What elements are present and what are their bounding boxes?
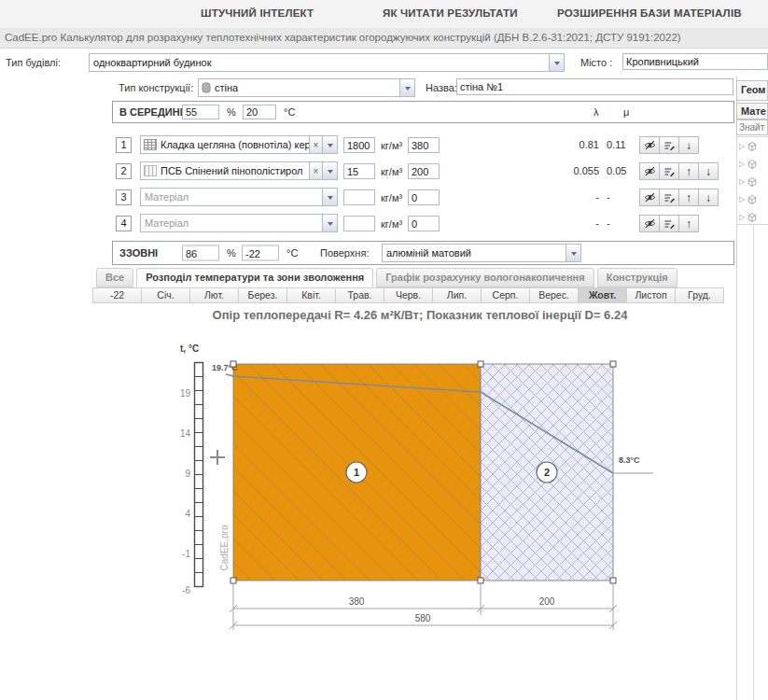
tree-item[interactable]: ▷ — [737, 155, 768, 173]
hide-layer-button[interactable] — [639, 136, 660, 154]
month-jul[interactable]: Лип. — [432, 287, 482, 303]
expand-triangle-icon[interactable]: ▷ — [739, 213, 745, 221]
building-type-select[interactable]: одноквартирний будинок — [89, 53, 565, 72]
edit-layer-button[interactable] — [659, 136, 679, 154]
outside-humidity-input[interactable] — [182, 245, 219, 261]
chevron-down-icon[interactable] — [399, 79, 414, 96]
layer-number: 3 — [116, 189, 132, 205]
clear-icon[interactable]: × — [309, 162, 322, 179]
dimension-labels: 380 200 580 — [349, 596, 555, 623]
month-oct[interactable]: Жовт. — [578, 287, 627, 303]
nav-link-how-to-read[interactable]: ЯК ЧИТАТИ РЕЗУЛЬТАТИ — [383, 7, 518, 19]
tree-item[interactable]: ▷ — [737, 137, 768, 155]
chevron-down-icon[interactable] — [322, 162, 337, 179]
edit-layer-button[interactable] — [659, 162, 679, 180]
tree-item[interactable]: ▷ — [737, 173, 768, 190]
thickness-input[interactable] — [408, 137, 440, 153]
outside-temperature-input[interactable] — [242, 245, 279, 261]
lambda-value: 0.81 — [558, 139, 599, 150]
month-mar[interactable]: Берез. — [238, 287, 287, 303]
move-layer-down-button[interactable]: ↓ — [698, 189, 719, 206]
tab-moisture-accumulation[interactable]: Графік розрахунку вологонакопичення — [376, 268, 593, 287]
surface-select[interactable]: алюміній матовий — [382, 244, 581, 262]
hide-layer-button[interactable] — [639, 215, 660, 232]
svg-text:200: 200 — [539, 596, 555, 607]
calculation-result: Опір теплопередачі R= 4.26 м²К/Вт; Показ… — [103, 308, 737, 322]
construction-name-input[interactable] — [456, 78, 733, 95]
month-design-temp[interactable]: -22 — [92, 287, 142, 303]
month-dec[interactable]: Груд. — [675, 287, 724, 303]
thickness-input[interactable] — [408, 163, 440, 179]
lambda-value: 0.055 — [558, 165, 599, 176]
building-type-value: одноквартирний будинок — [90, 57, 549, 68]
city-label: Місто : — [580, 57, 612, 68]
layer-number: 2 — [116, 163, 132, 179]
chevron-down-icon[interactable] — [322, 189, 337, 205]
arrow-down-icon: ↓ — [705, 191, 711, 204]
lambda-value: - — [558, 191, 599, 203]
nav-link-materials-db[interactable]: РОЗШИРЕННЯ БАЗИ МАТЕРІАЛІВ — [557, 7, 742, 19]
chevron-down-icon[interactable] — [566, 245, 580, 261]
inside-temperature-input[interactable] — [243, 105, 276, 119]
move-layer-up-button[interactable]: ↑ — [678, 215, 699, 232]
expand-triangle-icon[interactable]: ▷ — [739, 142, 745, 150]
layer-row-3: 3 Матеріал кг/м³ - - ↑ ↓ — [112, 188, 768, 207]
chevron-down-icon[interactable] — [322, 215, 337, 231]
clear-icon[interactable]: × — [309, 136, 322, 153]
month-feb[interactable]: Лют. — [189, 287, 239, 303]
mu-column-header: μ — [623, 106, 629, 118]
top-nav: ШТУЧНИЙ ІНТЕЛЕКТ ЯК ЧИТАТИ РЕЗУЛЬТАТИ РО… — [0, 0, 768, 28]
tree-item[interactable]: ▷ — [737, 190, 768, 208]
y-axis-label: t, °C — [180, 343, 199, 354]
tab-construction[interactable]: Конструкція — [597, 268, 677, 287]
edit-layer-button[interactable] — [659, 189, 679, 206]
month-nov[interactable]: Листоп — [626, 287, 676, 303]
material-combo-4[interactable]: Матеріал — [140, 214, 338, 232]
brick-material-icon — [144, 139, 157, 150]
density-input[interactable] — [343, 137, 375, 153]
hide-layer-button[interactable] — [639, 189, 660, 206]
hide-layer-button[interactable] — [639, 162, 660, 180]
edit-layer-button[interactable] — [659, 215, 679, 232]
name-label: Назва: — [426, 82, 457, 93]
mu-value: - — [607, 217, 640, 229]
inside-temperature-unit: °C — [284, 106, 295, 118]
move-layer-down-button[interactable]: ↓ — [698, 162, 719, 180]
material-combo-1[interactable]: Кладка цегляна (повнотіла) керамічна на … — [140, 135, 338, 154]
density-input[interactable] — [343, 163, 375, 179]
expand-triangle-icon[interactable]: ▷ — [739, 195, 745, 203]
density-input[interactable] — [343, 189, 375, 205]
move-layer-down-button[interactable]: ↓ — [678, 136, 699, 154]
material-combo-2[interactable]: ПСБ Спінений пінополістирол × — [140, 161, 338, 180]
tab-all[interactable]: Все — [96, 268, 133, 287]
materials-search-input[interactable] — [736, 119, 768, 135]
construction-type-select[interactable]: стіна — [198, 78, 415, 97]
month-sep[interactable]: Верес. — [529, 287, 579, 303]
month-jan[interactable]: Січ. — [141, 287, 190, 303]
thickness-input[interactable] — [408, 216, 440, 231]
move-layer-up-button[interactable]: ↑ — [678, 189, 699, 206]
arrow-down-icon: ↓ — [705, 165, 711, 178]
sidebar-geometry-header[interactable]: Геом — [736, 80, 768, 101]
expand-triangle-icon[interactable]: ▷ — [739, 177, 745, 186]
thickness-input[interactable] — [408, 189, 440, 205]
tab-temperature-distribution[interactable]: Розподіл температури та зони зволоження — [136, 268, 373, 287]
building-type-label: Тип будівлі: — [6, 57, 61, 68]
month-may[interactable]: Трав. — [335, 287, 384, 303]
app-window: ШТУЧНИЙ ІНТЕЛЕКТ ЯК ЧИТАТИ РЕЗУЛЬТАТИ РО… — [0, 0, 768, 700]
month-aug[interactable]: Серп. — [481, 287, 530, 303]
move-layer-up-button[interactable]: ↑ — [678, 162, 699, 180]
month-jun[interactable]: Черв. — [384, 287, 433, 303]
city-input[interactable] — [622, 53, 768, 70]
material-combo-3[interactable]: Матеріал — [140, 188, 338, 206]
chevron-down-icon[interactable] — [549, 54, 564, 71]
sidebar-materials-header[interactable]: Мате — [736, 103, 768, 119]
density-input[interactable] — [343, 216, 375, 231]
inside-humidity-input[interactable] — [182, 105, 219, 119]
edit-list-icon — [663, 218, 675, 230]
chevron-down-icon[interactable] — [322, 136, 337, 153]
expand-triangle-icon[interactable]: ▷ — [739, 160, 745, 168]
nav-link-ai[interactable]: ШТУЧНИЙ ІНТЕЛЕКТ — [201, 7, 314, 19]
month-apr[interactable]: Квіт. — [286, 287, 336, 303]
tree-item[interactable]: ▷ — [737, 208, 768, 225]
